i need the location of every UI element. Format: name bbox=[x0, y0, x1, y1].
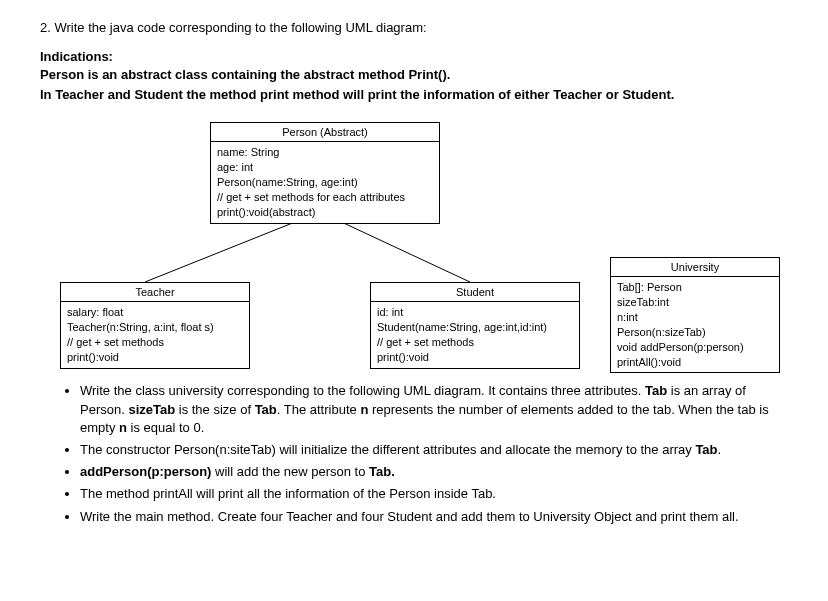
task-5: Write the main method. Create four Teach… bbox=[80, 508, 788, 526]
task-2-tab: Tab bbox=[695, 442, 717, 457]
uml-university-l6: printAll():void bbox=[617, 355, 773, 370]
task-1-sizetab: sizeTab bbox=[128, 402, 175, 417]
question-title: 2. Write the java code corresponding to … bbox=[40, 20, 788, 35]
uml-student-l2: Student(name:String, age:int,id:int) bbox=[377, 320, 573, 335]
uml-university-title: University bbox=[611, 258, 779, 277]
uml-university-l4: Person(n:sizeTab) bbox=[617, 325, 773, 340]
task-1-n2: n bbox=[119, 420, 127, 435]
task-3-tab: Tab. bbox=[369, 464, 395, 479]
task-2-dot: . bbox=[718, 442, 722, 457]
uml-university-l3: n:int bbox=[617, 310, 773, 325]
task-3: addPerson(p:person) will add the new per… bbox=[80, 463, 788, 481]
indication-1: Person is an abstract class containing t… bbox=[40, 66, 788, 84]
task-4: The method printAll will print all the i… bbox=[80, 485, 788, 503]
task-3-method: addPerson(p:person) bbox=[80, 464, 211, 479]
uml-student-l3: // get + set methods bbox=[377, 335, 573, 350]
task-1-text6: is equal to 0. bbox=[127, 420, 204, 435]
uml-student-l4: print():void bbox=[377, 350, 573, 365]
uml-person-l3: Person(name:String, age:int) bbox=[217, 175, 433, 190]
uml-teacher-l2: Teacher(n:String, a:int, float s) bbox=[67, 320, 243, 335]
task-1-tab: Tab bbox=[645, 383, 667, 398]
uml-person: Person (Abstract) name: String age: int … bbox=[210, 122, 440, 223]
uml-student-title: Student bbox=[371, 283, 579, 302]
task-1-text4: . The attribute bbox=[277, 402, 361, 417]
uml-university: University Tab[]: Person sizeTab:int n:i… bbox=[610, 257, 780, 373]
task-3-text: will add the new person to bbox=[211, 464, 369, 479]
task-2-text: The constructor Person(n:siteTab) will i… bbox=[80, 442, 695, 457]
indication-2: In Teacher and Student the method print … bbox=[40, 86, 788, 104]
task-1: Write the class university corresponding… bbox=[80, 382, 788, 437]
uml-teacher-title: Teacher bbox=[61, 283, 249, 302]
task-1-text: Write the class university corresponding… bbox=[80, 383, 645, 398]
uml-university-l2: sizeTab:int bbox=[617, 295, 773, 310]
uml-student-l1: id: int bbox=[377, 305, 573, 320]
indications-label: Indications: bbox=[40, 49, 788, 64]
task-1-tab2: Tab bbox=[255, 402, 277, 417]
task-2: The constructor Person(n:siteTab) will i… bbox=[80, 441, 788, 459]
task-1-text3: is the size of bbox=[175, 402, 254, 417]
uml-person-title: Person (Abstract) bbox=[211, 123, 439, 142]
uml-person-l4: // get + set methods for each attributes bbox=[217, 190, 433, 205]
uml-diagram: Person (Abstract) name: String age: int … bbox=[40, 122, 788, 372]
uml-university-l5: void addPerson(p:person) bbox=[617, 340, 773, 355]
uml-teacher-l4: print():void bbox=[67, 350, 243, 365]
uml-person-l1: name: String bbox=[217, 145, 433, 160]
task-list: Write the class university corresponding… bbox=[40, 382, 788, 525]
uml-person-l2: age: int bbox=[217, 160, 433, 175]
uml-teacher: Teacher salary: float Teacher(n:String, … bbox=[60, 282, 250, 368]
uml-university-l1: Tab[]: Person bbox=[617, 280, 773, 295]
uml-teacher-l3: // get + set methods bbox=[67, 335, 243, 350]
uml-person-l5: print():void(abstract) bbox=[217, 205, 433, 220]
uml-teacher-l1: salary: float bbox=[67, 305, 243, 320]
uml-student: Student id: int Student(name:String, age… bbox=[370, 282, 580, 368]
